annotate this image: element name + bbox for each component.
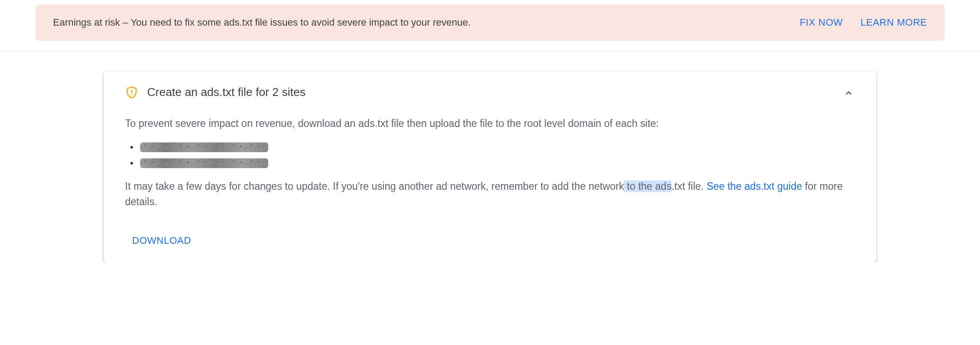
list-item — [130, 158, 855, 168]
divider — [0, 51, 980, 52]
alert-actions: FIX NOW LEARN MORE — [800, 17, 927, 28]
ads-txt-guide-link[interactable]: See the ads.txt guide — [707, 180, 802, 192]
download-button[interactable]: DOWNLOAD — [132, 235, 191, 246]
action-card: Create an ads.txt file for 2 sites To pr… — [104, 71, 876, 262]
card-body: To prevent severe impact on revenue, dow… — [125, 116, 855, 210]
svg-rect-1 — [131, 94, 133, 95]
card-title: Create an ads.txt file for 2 sites — [147, 85, 305, 99]
bullet-icon — [130, 146, 133, 149]
redacted-site-1 — [140, 142, 268, 152]
redacted-site-2 — [140, 158, 268, 168]
alert-message: Earnings at risk – You need to fix some … — [53, 17, 471, 28]
collapse-button[interactable] — [843, 87, 855, 101]
bullet-icon — [130, 162, 133, 165]
fix-now-button[interactable]: FIX NOW — [800, 17, 843, 28]
shield-alert-icon — [125, 86, 138, 99]
card-header: Create an ads.txt file for 2 sites — [125, 85, 855, 99]
alert-banner: Earnings at risk – You need to fix some … — [35, 4, 945, 41]
list-item — [130, 142, 855, 152]
followup-text: It may take a few days for changes to up… — [125, 179, 855, 210]
followup-after: .txt file. — [672, 180, 707, 192]
intro-text: To prevent severe impact on revenue, dow… — [125, 116, 855, 132]
svg-rect-0 — [131, 89, 133, 93]
learn-more-button[interactable]: LEARN MORE — [861, 17, 927, 28]
site-list — [130, 142, 855, 168]
highlighted-text: to the ads — [624, 180, 671, 192]
card-footer: DOWNLOAD — [125, 235, 855, 246]
followup-before: It may take a few days for changes to up… — [125, 180, 624, 192]
